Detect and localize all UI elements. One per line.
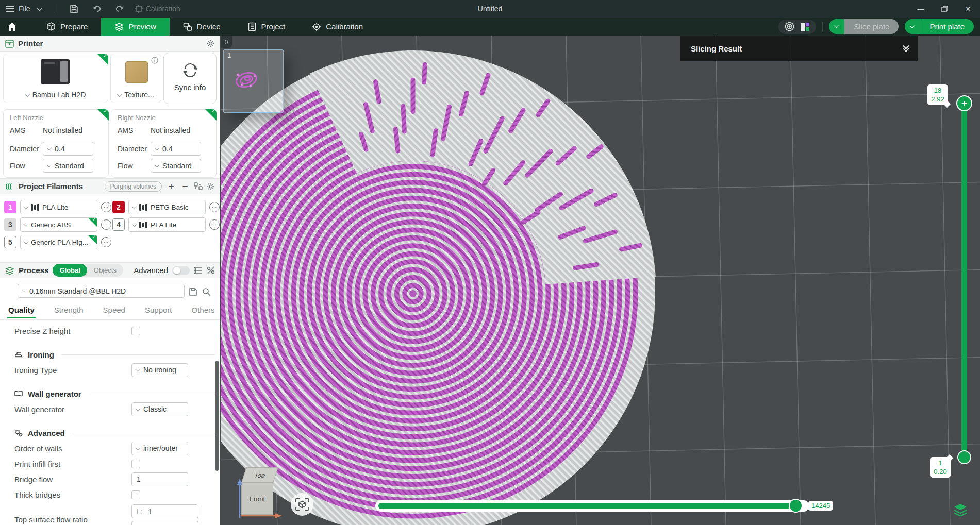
printer-icon	[5, 40, 14, 48]
filament-menu-button[interactable]: …	[101, 237, 111, 247]
flow-tune-icon[interactable]	[207, 266, 215, 274]
search-preset-icon[interactable]	[202, 287, 211, 296]
filament-menu-button[interactable]: …	[101, 219, 111, 230]
advanced-switch[interactable]	[172, 266, 190, 275]
tab-preview[interactable]: Preview	[101, 18, 169, 36]
title-bar: File Calibration Untitled — ✕	[0, 0, 980, 18]
remove-filament-button[interactable]: −	[180, 181, 190, 192]
minimize-button[interactable]: —	[909, 0, 933, 18]
tab-prepare[interactable]: Prepare	[33, 18, 101, 36]
redo-button[interactable]	[112, 3, 127, 15]
nozzle-flow-select[interactable]: Standard	[151, 159, 201, 173]
layout-slicer-icon[interactable]	[801, 22, 810, 31]
synced-check-icon	[97, 54, 108, 65]
filament-settings-gear-icon[interactable]	[207, 182, 215, 191]
select[interactable]: Classic	[131, 402, 188, 416]
view-cube-front-face[interactable]: Front	[241, 483, 273, 515]
process-tab-others[interactable]: Others	[191, 303, 216, 318]
filament-name: PLA Lite	[151, 221, 176, 229]
nozzle-flow-select[interactable]: Standard	[43, 159, 93, 173]
step-slider-handle[interactable]	[789, 499, 803, 513]
slice-plate-dropdown[interactable]	[829, 19, 844, 34]
synced-check-icon	[97, 109, 109, 121]
filament-select[interactable]: PLA Lite	[128, 217, 206, 232]
process-scope-toggle[interactable]: GlobalObjects	[53, 264, 123, 277]
expand-slicing-result-icon[interactable]	[904, 46, 908, 51]
undo-icon	[92, 5, 102, 12]
add-filament-button[interactable]: +	[166, 181, 176, 192]
filament-menu-button[interactable]: …	[209, 202, 220, 212]
build-plate-card[interactable]: Texture...	[110, 54, 161, 103]
filament-row-2: 2PETG Basic…	[112, 200, 220, 214]
filament-name: Generic ABS	[31, 221, 71, 229]
step-slider-track[interactable]	[375, 500, 809, 512]
filament-select[interactable]: Generic ABS	[20, 217, 97, 232]
flow-label: Flow	[10, 162, 43, 170]
diameter-label: Diameter	[10, 145, 43, 153]
view-cube-top-face[interactable]: Top	[241, 467, 278, 483]
ams-label: AMS	[10, 126, 43, 134]
sidebar-collapse-handle[interactable]: ⟨⟩	[221, 36, 232, 48]
layer-slider-bottom-handle[interactable]	[957, 450, 971, 464]
plate-image	[125, 61, 148, 83]
filament-mapping-icon[interactable]	[194, 182, 203, 190]
nozzle-diameter-select[interactable]: 0.4	[43, 142, 93, 156]
divider	[54, 4, 54, 13]
nozzle-diameter-select[interactable]: 0.4	[151, 142, 201, 156]
info-icon[interactable]	[151, 57, 158, 64]
close-button[interactable]: ✕	[956, 0, 980, 18]
filament-menu-button[interactable]: …	[209, 219, 220, 230]
tab-project[interactable]: Project	[234, 18, 299, 36]
file-menu[interactable]: File	[6, 5, 30, 13]
filament-select[interactable]: Generic PLA Hig...	[20, 235, 97, 249]
calibration-target-icon[interactable]	[785, 22, 794, 31]
layer-slider-track[interactable]	[961, 103, 967, 458]
plate-thumbnail-1[interactable]: 1	[223, 49, 284, 113]
checkbox[interactable]	[131, 490, 140, 499]
layers-view-button[interactable]	[952, 501, 969, 518]
tab-device[interactable]: Device	[170, 18, 234, 36]
save-button[interactable]	[67, 3, 82, 15]
process-preset-select[interactable]: 0.16mm Standard @BBL H2D	[18, 284, 185, 298]
tab-calibration[interactable]: Calibration	[298, 18, 376, 36]
view-orientation-cube[interactable]: Top Front	[238, 467, 282, 519]
text-input[interactable]: 1	[131, 472, 188, 486]
dual-input[interactable]: R:1	[131, 521, 198, 525]
process-tab-quality[interactable]: Quality	[7, 303, 36, 318]
print-plate-button[interactable]: Print plate	[920, 19, 974, 34]
process-tab-strength[interactable]: Strength	[53, 303, 85, 318]
dual-input[interactable]: L:1	[131, 504, 198, 518]
filament-select[interactable]: PLA Lite	[20, 200, 97, 214]
purging-volumes-button[interactable]: Purging volumes	[105, 181, 162, 192]
select[interactable]: No ironing	[131, 363, 188, 377]
viewport-3d[interactable]: ⟨⟩ 1 Slicing Result + 18 2.92 1 0.20 142…	[221, 36, 980, 525]
filaments-section-header: Project Filaments Purging volumes + −	[0, 178, 220, 194]
printer-settings-gear-icon[interactable]	[206, 39, 215, 48]
layer-slider-top-handle[interactable]: +	[956, 95, 972, 111]
filament-name: Generic PLA Hig...	[31, 239, 88, 246]
scope-global[interactable]: Global	[53, 264, 87, 277]
titlebar-calibration-tab[interactable]: Calibration	[135, 5, 180, 13]
printer-device-card[interactable]: Bambu Lab H2D	[3, 54, 108, 103]
orbit-reset-button[interactable]	[291, 493, 313, 516]
sidebar-scrollbar[interactable]	[215, 361, 219, 471]
home-button[interactable]	[0, 18, 24, 36]
scope-objects[interactable]: Objects	[87, 264, 123, 277]
save-preset-icon[interactable]	[189, 287, 197, 296]
filament-menu-button[interactable]: …	[101, 202, 111, 212]
undo-button[interactable]	[89, 3, 105, 15]
slicing-result-panel[interactable]: Slicing Result	[680, 36, 918, 61]
checkbox[interactable]	[131, 327, 140, 335]
parameter-table-icon[interactable]	[194, 267, 203, 274]
process-layers-icon	[5, 266, 14, 275]
filament-select[interactable]: PETG Basic	[128, 200, 206, 214]
select[interactable]: inner/outer	[131, 442, 188, 455]
print-plate-dropdown[interactable]	[905, 19, 920, 34]
process-tab-speed[interactable]: Speed	[102, 303, 126, 318]
process-tab-support[interactable]: Support	[144, 303, 173, 318]
checkbox[interactable]	[131, 460, 140, 468]
maximize-button[interactable]	[933, 0, 956, 18]
slice-plate-button[interactable]: Slice plate	[844, 19, 899, 34]
sync-info-button[interactable]: Sync info	[163, 53, 217, 104]
file-chevron-down-icon[interactable]	[37, 6, 42, 11]
